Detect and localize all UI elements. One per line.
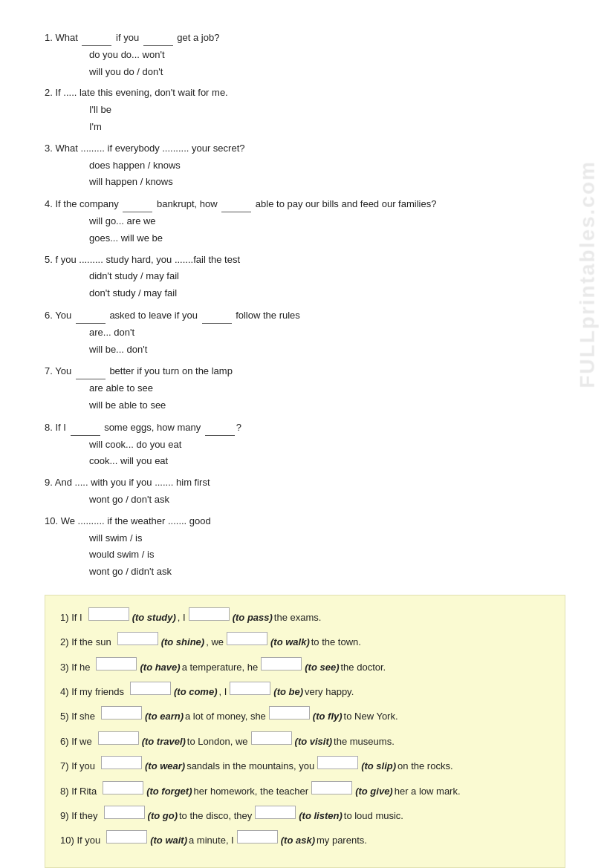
fill-4-mid: , I [218, 683, 227, 700]
q1-num: 1. [45, 32, 55, 43]
q6-options: are... don't will be... don't [89, 325, 565, 358]
fill-2-verb2: (to walk) [270, 633, 310, 650]
fill-10-blank2[interactable] [237, 830, 278, 843]
q2-text: If ..... late this evening, don't wait f… [55, 87, 227, 98]
fill-1-suffix: the exams. [274, 609, 322, 626]
fill-3-suffix: the doctor. [341, 659, 386, 676]
question-9: 9. And ..... with you if you ....... him… [45, 475, 565, 508]
q1-blank1 [82, 30, 111, 46]
fill-6-blank1[interactable] [98, 731, 139, 745]
fill-9-blank2[interactable] [255, 806, 296, 819]
fill-10-verb1: (to wait) [150, 832, 187, 849]
q6-opt1: are... don't [89, 325, 565, 341]
q8-blank2 [205, 420, 235, 436]
fill-5-num: 5) If she [60, 708, 95, 725]
fill-item-9: 9) If they (to go) to the disco, they (t… [60, 806, 550, 824]
fill-3-num: 3) If he [60, 659, 90, 676]
fill-8-suffix: her a low mark. [395, 783, 461, 800]
question-5: 5. f you ......... study hard, you .....… [45, 252, 565, 301]
q10-text: We .......... if the weather ....... goo… [61, 515, 211, 526]
q10-opt1: will swim / is [89, 531, 565, 546]
fill-5-verb2: (to fly) [313, 708, 343, 725]
q4-blank1 [123, 196, 152, 212]
q8-opt1: will cook... do you eat [89, 437, 565, 453]
q7-num: 7. [45, 365, 55, 376]
question-3: 3. What ......... if everybody .........… [45, 141, 565, 190]
q2-opt2: I'm [89, 120, 565, 135]
q6-num: 6. [45, 310, 55, 321]
q5-options: didn't study / may fail don't study / ma… [89, 269, 565, 301]
fill-item-10: 10) If you (to wait) a minute, I (to ask… [60, 830, 550, 849]
q2-opt1: I'll be [89, 102, 565, 118]
fill-4-suffix: very happy. [305, 683, 354, 700]
fill-item-1: 1) If I (to study) , I (to pass) the exa… [60, 607, 550, 626]
q7-blank1 [76, 363, 106, 379]
q1-opt1: do you do... won't [89, 48, 565, 63]
question-6: 6. You asked to leave if you follow the … [45, 307, 565, 357]
q9-num: 9. [45, 477, 55, 488]
q8-text: If I some eggs, how many ? [55, 422, 241, 433]
q8-blank1 [71, 420, 100, 436]
fill-10-suffix: my parents. [317, 832, 367, 849]
q9-opt1: wont go / don't ask [89, 492, 565, 508]
q4-text: If the company bankrupt, how able to pay… [55, 198, 436, 209]
fill-5-mid: a lot of money, she [185, 708, 266, 725]
q10-opt3: wont go / didn't ask [89, 564, 565, 580]
fill-5-blank2[interactable] [269, 706, 310, 719]
fill-9-blank1[interactable] [104, 806, 145, 819]
question-7: 7. You better if you turn on the lamp ar… [45, 363, 565, 413]
fill-1-mid: , I [178, 609, 186, 626]
fill-item-7: 7) If you (to wear) sandals in the mount… [60, 756, 550, 774]
fill-3-blank2[interactable] [261, 657, 302, 670]
q4-options: will go... are we goes... will we be [89, 214, 565, 247]
q6-blank2 [202, 307, 232, 324]
fill-3-blank1[interactable] [96, 657, 137, 670]
q8-num: 8. [45, 422, 55, 433]
fill-section: 1) If I (to study) , I (to pass) the exa… [45, 595, 565, 868]
fill-6-mid: to London, we [187, 733, 248, 750]
fill-8-verb2: (to give) [355, 783, 393, 800]
q1-text: What if you get a job? [55, 32, 219, 43]
q5-opt1: didn't study / may fail [89, 269, 565, 284]
fill-6-suffix: the museums. [334, 733, 395, 750]
fill-2-verb1: (to shine) [161, 633, 205, 650]
fill-1-blank1[interactable] [88, 607, 129, 621]
fill-8-blank1[interactable] [103, 781, 143, 794]
q2-options: I'll be I'm [89, 102, 565, 135]
fill-7-verb2: (to slip) [361, 757, 396, 774]
fill-6-num: 6) If we [60, 733, 92, 750]
q5-text: f you ......... study hard, you .......f… [55, 254, 240, 265]
fill-9-suffix: to loud music. [344, 807, 403, 824]
q3-opt1: does happen / knows [89, 158, 565, 174]
fill-item-2: 2) If the sun (to shine) , we (to walk) … [60, 632, 550, 650]
q3-text: What ......... if everybody .......... y… [55, 143, 244, 154]
q7-text: You better if you turn on the lamp [55, 365, 233, 376]
fill-10-blank1[interactable] [106, 830, 147, 843]
question-2: 2. If ..... late this evening, don't wai… [45, 85, 565, 134]
fill-2-suffix: to the town. [311, 633, 361, 650]
fill-5-verb1: (to earn) [145, 708, 184, 725]
q10-options: will swim / is would swim / is wont go /… [89, 531, 565, 580]
q5-opt2: don't study / may fail [89, 286, 565, 301]
watermark: FULLprintables.com [576, 160, 600, 388]
fill-7-blank1[interactable] [101, 756, 142, 769]
fill-7-blank2[interactable] [317, 756, 358, 769]
q6-opt2: will be... don't [89, 342, 565, 358]
fill-1-blank2[interactable] [189, 607, 230, 621]
q6-blank1 [76, 307, 106, 324]
fill-4-blank2[interactable] [230, 682, 270, 695]
fill-8-verb1: (to forget) [146, 783, 192, 800]
fill-4-blank1[interactable] [130, 682, 171, 695]
q3-opt2: will happen / knows [89, 174, 565, 190]
fill-6-blank2[interactable] [251, 731, 292, 745]
fill-7-num: 7) If you [60, 757, 95, 774]
fill-8-blank2[interactable] [311, 781, 352, 794]
fill-2-blank2[interactable] [227, 632, 267, 645]
fill-2-blank1[interactable] [117, 632, 158, 645]
fill-1-num: 1) If I [60, 609, 82, 626]
fill-10-mid: a minute, I [189, 832, 234, 849]
fill-10-verb2: (to ask) [281, 832, 315, 849]
fill-5-blank1[interactable] [101, 706, 142, 719]
fill-item-3: 3) If he (to have) a temperature, he (to… [60, 657, 550, 676]
fill-4-verb2: (to be) [273, 683, 303, 700]
